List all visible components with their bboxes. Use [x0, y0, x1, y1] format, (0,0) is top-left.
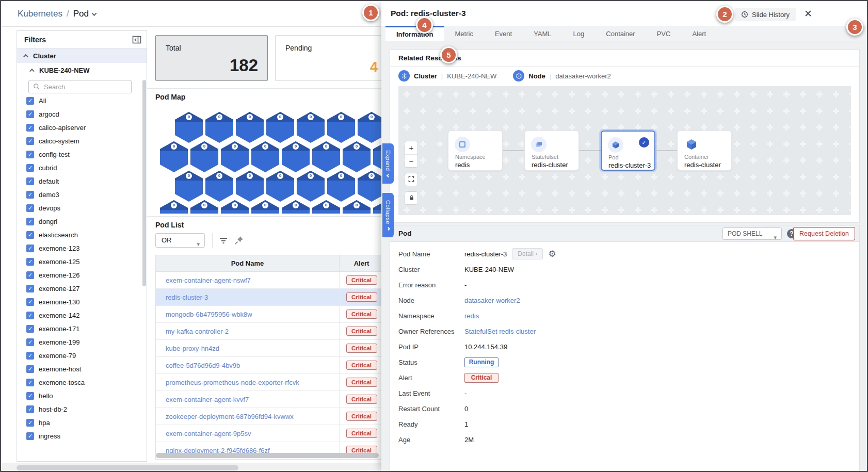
- request-deletion-button[interactable]: Request Deletion: [793, 227, 855, 240]
- tab-yaml[interactable]: YAML: [523, 26, 562, 41]
- collapse-sidebar-icon[interactable]: [132, 35, 141, 44]
- pod-hexagon[interactable]: 0: [160, 141, 188, 172]
- pod-hexagon[interactable]: 0: [236, 171, 264, 202]
- pod-hexagon[interactable]: 0: [327, 112, 355, 143]
- search-input[interactable]: [44, 83, 121, 91]
- checkbox-checked-icon[interactable]: ✓: [26, 379, 34, 386]
- pod-hexagon[interactable]: 0: [190, 200, 218, 214]
- checkbox-checked-icon[interactable]: ✓: [26, 164, 34, 172]
- namespace-filter-item[interactable]: ✓argocd: [17, 107, 147, 121]
- pod-name-link[interactable]: kube-proxy-hn4zd: [166, 345, 219, 352]
- filter-group-cluster[interactable]: Cluster: [17, 48, 147, 63]
- tab-information[interactable]: Information: [385, 26, 444, 41]
- pod-name-link[interactable]: zookeeper-deployment-687b96fd94-kvwwx: [166, 413, 294, 420]
- tab-container[interactable]: Container: [595, 26, 646, 41]
- pod-table-row[interactable]: exem-container-agent-kvvf7Critical: [156, 391, 383, 408]
- namespace-filter-item[interactable]: ✓host-db-2: [17, 402, 147, 416]
- pod-hexagon[interactable]: 0: [221, 200, 249, 214]
- checkbox-checked-icon[interactable]: ✓: [26, 285, 34, 292]
- pod-name-link[interactable]: exem-container-agent-9p5sv: [166, 430, 251, 437]
- checkbox-checked-icon[interactable]: ✓: [26, 298, 34, 306]
- namespace-filter-item[interactable]: ✓dongri: [17, 215, 147, 228]
- namespace-filter-item[interactable]: ✓hello: [17, 389, 147, 402]
- pod-hexagon[interactable]: 0: [297, 112, 325, 143]
- namespace-filter-item[interactable]: ✓exemone-199: [17, 335, 147, 349]
- topology-node-statefulset[interactable]: Statefulsetredis-cluster: [524, 131, 579, 171]
- topology-node-pod[interactable]: ✓Podredis-cluster-3: [601, 131, 655, 171]
- checkbox-checked-icon[interactable]: ✓: [26, 271, 34, 279]
- field-value-link[interactable]: StatefulSet redis-cluster: [464, 328, 536, 335]
- checkbox-checked-icon[interactable]: ✓: [26, 245, 34, 252]
- pod-name-link[interactable]: prometheus-prometheus-node-exporter-rfcv…: [166, 379, 299, 386]
- namespace-filter-item[interactable]: ✓exemone-171: [17, 322, 147, 335]
- pod-table-row[interactable]: zookeeper-deployment-687b96fd94-kvwwxCri…: [156, 408, 383, 425]
- checkbox-checked-icon[interactable]: ✓: [26, 110, 34, 118]
- checkbox-checked-icon[interactable]: ✓: [26, 204, 34, 212]
- zoom-out-button[interactable]: −: [405, 155, 417, 168]
- pod-name-link[interactable]: exem-container-agent-kvvf7: [166, 396, 249, 403]
- namespace-filter-item[interactable]: ✓exemone-host: [17, 362, 147, 376]
- breadcrumb-pod-menu[interactable]: Pod: [73, 9, 96, 19]
- pin-icon[interactable]: [234, 235, 244, 246]
- expand-panel-tab[interactable]: Expand: [382, 143, 394, 184]
- pod-hexagon[interactable]: 0: [266, 112, 294, 143]
- checkbox-checked-icon[interactable]: ✓: [26, 151, 34, 158]
- pod-hexagon[interactable]: 0: [266, 171, 294, 202]
- namespace-filter-item[interactable]: ✓exemone-126: [17, 268, 147, 282]
- checkbox-checked-icon[interactable]: ✓: [26, 177, 34, 185]
- checkbox-checked-icon[interactable]: ✓: [26, 137, 34, 145]
- pod-list-horizontal-scrollbar[interactable]: [156, 453, 379, 458]
- pod-hexagon[interactable]: 0: [358, 112, 383, 143]
- tab-log[interactable]: Log: [562, 26, 596, 41]
- namespace-filter-item[interactable]: ✓config-test: [17, 148, 147, 161]
- total-stat-card[interactable]: Total 182: [155, 35, 268, 81]
- filter-operator-select[interactable]: OR ▾: [155, 233, 205, 248]
- checkbox-checked-icon[interactable]: ✓: [26, 258, 34, 266]
- checkbox-checked-icon[interactable]: ✓: [26, 312, 34, 319]
- namespace-filter-item[interactable]: ✓exemone-tosca: [17, 376, 147, 389]
- topology-node-container[interactable]: Containerredis-cluster: [677, 131, 732, 171]
- namespace-filter-item[interactable]: ✓devops: [17, 201, 147, 215]
- tab-alert[interactable]: Alert: [681, 26, 717, 41]
- detail-button[interactable]: Detail ›: [512, 248, 543, 259]
- checkbox-checked-icon[interactable]: ✓: [26, 124, 34, 132]
- checkbox-checked-icon[interactable]: ✓: [26, 419, 34, 427]
- sidebar-vertical-scrollbar[interactable]: [142, 80, 146, 286]
- pod-hexagon[interactable]: 0: [343, 141, 371, 172]
- namespace-filter-item[interactable]: ✓hpa: [17, 416, 147, 429]
- slide-history-button[interactable]: Slide History: [735, 8, 796, 21]
- checkbox-checked-icon[interactable]: ✓: [26, 218, 34, 225]
- gear-icon[interactable]: ⚙: [548, 249, 556, 259]
- pod-table-row[interactable]: mongodb-6b4795956-wbk8wCritical: [156, 306, 383, 323]
- namespace-filter-item[interactable]: ✓default: [17, 174, 147, 188]
- namespace-filter-item[interactable]: ✓exemone-123: [17, 241, 147, 255]
- pod-hexagon[interactable]: 0: [343, 200, 371, 214]
- pod-hexagon[interactable]: 0: [190, 141, 218, 172]
- checkbox-checked-icon[interactable]: ✓: [26, 405, 34, 413]
- pending-stat-card[interactable]: Pending 4: [275, 35, 383, 81]
- pod-table-row[interactable]: kube-proxy-hn4zdCritical: [156, 340, 383, 357]
- namespace-filter-item[interactable]: ✓exemone-130: [17, 295, 147, 308]
- fit-screen-button[interactable]: [405, 173, 418, 186]
- pod-hexagon[interactable]: 0: [282, 141, 310, 172]
- field-value-link[interactable]: datasaker-worker2: [464, 297, 520, 304]
- pod-table-row[interactable]: redis-cluster-3Critical: [156, 289, 383, 306]
- pod-hexagon[interactable]: 0: [297, 171, 325, 202]
- pod-name-link[interactable]: exem-container-agent-nswf7: [166, 276, 251, 284]
- pod-shell-select[interactable]: POD SHELL ▾: [722, 227, 782, 240]
- zoom-in-button[interactable]: +: [405, 141, 417, 155]
- pod-table-row[interactable]: prometheus-prometheus-node-exporter-rfcv…: [156, 374, 383, 391]
- checkbox-checked-icon[interactable]: ✓: [26, 352, 34, 360]
- namespace-filter-item[interactable]: ✓exemone-127: [17, 282, 147, 295]
- namespace-filter-item[interactable]: ✓exemone-79: [17, 349, 147, 362]
- close-icon[interactable]: ✕: [804, 8, 812, 20]
- checkbox-checked-icon[interactable]: ✓: [26, 97, 34, 105]
- namespace-filter-item[interactable]: ✓ingress: [17, 429, 147, 443]
- checkbox-checked-icon[interactable]: ✓: [26, 191, 34, 199]
- pod-hexagon[interactable]: 0: [251, 200, 279, 214]
- namespace-filter-item[interactable]: ✓cubrid: [17, 161, 147, 174]
- pod-hexagon[interactable]: 0: [205, 171, 233, 202]
- namespace-filter-item[interactable]: ✓All: [17, 94, 147, 107]
- topology-node-namespace[interactable]: Namespaceredis: [448, 131, 503, 171]
- field-value-link[interactable]: redis: [464, 312, 479, 320]
